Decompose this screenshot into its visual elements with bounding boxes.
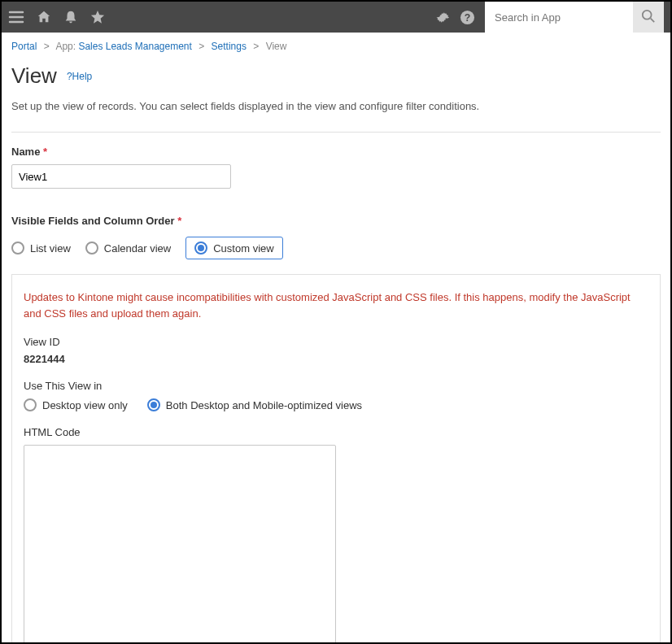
visible-fields-label: Visible Fields and Column Order [11,215,175,227]
breadcrumb-app[interactable]: Sales Leads Management [78,41,191,52]
radio-list-view[interactable]: List view [11,242,71,255]
help-link[interactable]: ?Help [67,71,92,82]
page-title: View [11,63,57,89]
topbar-right: ? [434,2,664,33]
svg-text:?: ? [465,12,471,24]
radio-desktop-only[interactable]: Desktop view only [24,398,128,411]
required-indicator: * [177,215,181,227]
radio-label: Desktop view only [42,399,128,411]
radio-label: List view [30,242,71,255]
radio-label: Custom view [213,242,273,255]
breadcrumb-current: View [266,41,287,52]
chevron-right-icon: > [249,41,263,52]
custom-view-panel: Updates to Kintone might cause incompati… [11,274,661,644]
radio-label: Calendar view [104,242,171,255]
breadcrumb-portal[interactable]: Portal [11,41,37,52]
radio-icon [24,398,37,411]
search-box [485,2,664,33]
view-id-label: View ID [24,336,648,348]
breadcrumb-settings[interactable]: Settings [212,41,247,52]
view-id-value: 8221444 [24,353,648,365]
bell-icon[interactable] [63,10,78,24]
radio-calendar-view[interactable]: Calendar view [85,242,171,255]
search-icon [641,9,656,26]
radio-label: Both Desktop and Mobile-optimized views [166,399,362,411]
page-description: Set up the view of records. You can sele… [11,100,661,112]
svg-point-2 [643,10,652,19]
radio-icon [11,242,24,255]
radio-both-views[interactable]: Both Desktop and Mobile-optimized views [147,398,362,411]
breadcrumb-app-prefix: App: [55,41,76,52]
radio-icon [194,242,207,255]
use-in-label: Use This View in [24,380,648,392]
menu-icon[interactable] [8,9,24,25]
required-indicator: * [43,146,47,158]
name-label: Name [11,146,40,158]
search-button[interactable] [633,2,664,33]
warning-text: Updates to Kintone might cause incompati… [24,289,648,321]
radio-custom-view[interactable]: Custom view [185,237,282,259]
html-code-textarea[interactable] [24,445,336,644]
chevron-right-icon: > [194,41,208,52]
visible-fields-section: Visible Fields and Column Order * List v… [2,192,670,263]
html-code-label: HTML Code [24,426,648,438]
radio-icon [147,398,160,411]
svg-line-3 [651,18,655,22]
name-input[interactable] [11,164,231,189]
star-icon[interactable] [90,10,105,24]
topbar: ? [2,2,670,33]
name-section: Name * [2,133,670,192]
topbar-left [8,9,434,25]
radio-icon [85,242,98,255]
page-head: View ?Help Set up the view of records. Y… [2,59,670,122]
help-icon[interactable]: ? [460,10,475,25]
chevron-right-icon: > [40,41,54,52]
search-input[interactable] [485,2,633,33]
home-icon[interactable] [37,10,51,24]
breadcrumb: Portal > App: Sales Leads Management > S… [2,33,670,59]
gear-icon[interactable] [434,10,450,25]
